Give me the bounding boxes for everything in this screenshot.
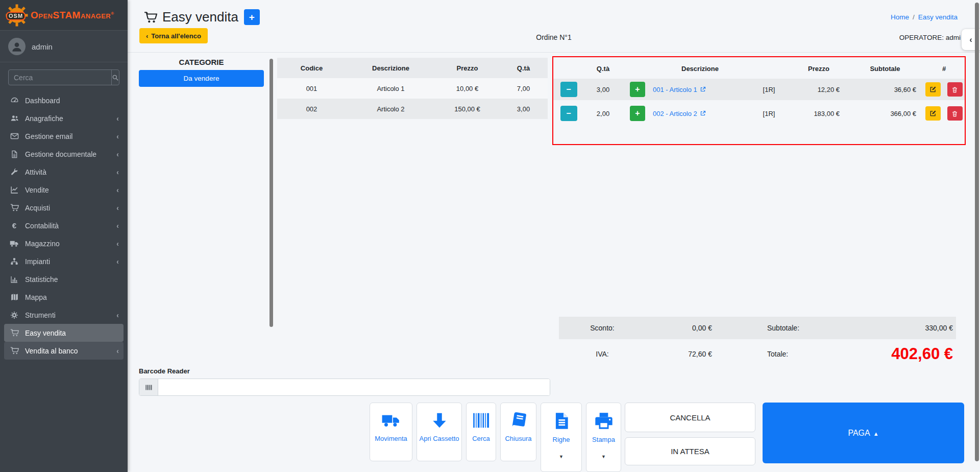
page-scrollbar[interactable]: [975, 3, 979, 461]
grand-total-value: 402,60 €: [822, 345, 956, 363]
barcode-input[interactable]: [158, 379, 550, 395]
stampa-dropdown-button[interactable]: Stampa ▼: [586, 403, 621, 472]
cart-item-link[interactable]: 002 - Articolo 2: [653, 110, 747, 117]
truck-icon: [9, 239, 20, 248]
search-input[interactable]: [9, 70, 111, 85]
chevron-left-icon: ‹: [116, 204, 119, 212]
cart-item-link[interactable]: 001 - Articolo 1: [653, 86, 747, 93]
barcode-input-group: [139, 379, 550, 396]
hold-button[interactable]: IN ATTESA: [625, 437, 755, 465]
external-link-icon: [700, 86, 706, 92]
discount-label: Sconto:: [559, 324, 646, 332]
truck-icon: [380, 411, 402, 430]
decrease-qty-button[interactable]: −: [560, 82, 577, 97]
righe-dropdown-button[interactable]: Righe ▼: [541, 403, 582, 472]
chevron-left-icon: ‹: [116, 168, 119, 176]
chevron-left-icon: ‹: [116, 222, 119, 230]
category-button-da-vendere[interactable]: Da vendere: [139, 70, 264, 87]
page-header: Easy vendita + ‹ Torna all'elenco Home /…: [128, 0, 980, 53]
chevron-left-icon: ‹: [116, 311, 119, 319]
file-lines-icon: [552, 411, 571, 431]
pay-button[interactable]: PAGA▲: [763, 403, 964, 463]
sidebar-item-vendite[interactable]: Vendite ‹: [4, 181, 124, 199]
tachometer-icon: [9, 96, 20, 105]
arrow-down-icon: [430, 411, 449, 430]
cart-row: − 3,00 + 001 - Articolo 1 [1R] 12,20 € 3…: [553, 79, 965, 100]
subtotal-label: Subtotale:: [712, 324, 822, 332]
cerca-button[interactable]: Cerca: [466, 403, 496, 461]
brand-name: OpenSTAManager®: [31, 10, 114, 21]
chevron-left-icon: ‹: [116, 132, 119, 140]
operator-label: OPERATORE: admi: [899, 34, 961, 41]
totals-panel: Sconto: 0,00 € Subtotale: 330,00 € IVA: …: [559, 317, 956, 369]
movimenta-button[interactable]: Movimenta: [370, 403, 412, 461]
page-title: Easy vendita: [144, 9, 238, 25]
search-icon[interactable]: [111, 70, 119, 85]
sidebar-item-mappa[interactable]: Mappa: [4, 288, 124, 306]
delete-row-button[interactable]: [947, 82, 963, 97]
sidebar-item-contabilita[interactable]: € Contabilità ‹: [4, 217, 124, 234]
edit-row-button[interactable]: [925, 106, 941, 121]
cart-icon: [9, 203, 20, 212]
decrease-qty-button[interactable]: −: [560, 106, 577, 121]
user-name: admin: [32, 42, 53, 51]
bar-chart-icon: [9, 275, 20, 284]
gear-logo-icon: OSM: [5, 4, 29, 27]
cart-panel: Q.tà Descrizione Prezzo Subtotale # − 3,…: [552, 56, 966, 145]
chevron-left-icon: ‹: [116, 186, 119, 194]
cart-icon: [9, 346, 20, 355]
sidebar-nav: Dashboard Anagrafiche ‹ Gestione email ‹…: [0, 88, 128, 363]
breadcrumb-home-link[interactable]: Home: [891, 13, 909, 21]
sidebar: OSM OpenSTAManager® admin Dashboard Anag…: [0, 0, 128, 472]
sidebar-item-magazzino[interactable]: Magazzino ‹: [4, 234, 124, 252]
sidebar-item-vendita-al-banco[interactable]: Vendita al banco ‹: [4, 342, 124, 360]
chevron-left-icon: ‹: [116, 347, 119, 355]
breadcrumb-current-link[interactable]: Easy vendita: [918, 13, 958, 21]
avatar: [8, 38, 26, 55]
apri-cassetto-button[interactable]: Apri Cassetto: [416, 403, 462, 461]
sidebar-item-dashboard[interactable]: Dashboard: [4, 91, 124, 109]
categories-scrollbar[interactable]: [270, 59, 273, 327]
users-icon: [9, 114, 20, 123]
sidebar-item-impianti[interactable]: Impianti ‹: [4, 252, 124, 270]
products-table: Codice Descrizione Prezzo Q.tà 001 Artic…: [277, 58, 548, 119]
add-order-button[interactable]: +: [244, 9, 260, 25]
product-row[interactable]: 002 Articolo 2 150,00 € 3,00: [277, 99, 548, 119]
total-label: Totale:: [712, 350, 822, 358]
external-link-icon: [700, 110, 706, 116]
cart-header: Q.tà Descrizione Prezzo Subtotale #: [553, 58, 965, 79]
printer-icon: [594, 411, 614, 431]
wrench-icon: [9, 168, 20, 176]
sidebar-item-easy-vendita[interactable]: Easy vendita: [4, 324, 124, 342]
edit-row-button[interactable]: [925, 82, 941, 97]
map-icon: [9, 293, 20, 301]
sidebar-item-acquisti[interactable]: Acquisti ‹: [4, 199, 124, 217]
sidebar-item-statistiche[interactable]: Statistiche: [4, 270, 124, 288]
chiusura-button[interactable]: Chiusura: [500, 403, 536, 461]
chevron-left-icon: ‹: [116, 257, 119, 266]
order-number: Ordine N°1: [128, 33, 980, 41]
barcode-icon: [139, 379, 158, 395]
caret-down-icon: ▼: [559, 454, 564, 459]
sidebar-item-anagrafiche[interactable]: Anagrafiche ‹: [4, 109, 124, 127]
increase-qty-button[interactable]: +: [630, 106, 645, 121]
brand-logo[interactable]: OSM OpenSTAManager®: [0, 0, 128, 31]
increase-qty-button[interactable]: +: [630, 82, 645, 97]
sidebar-search: [8, 69, 119, 85]
chevron-left-icon: ‹: [116, 240, 119, 248]
chevron-left-icon: ‹: [116, 114, 119, 123]
user-panel[interactable]: admin: [0, 31, 128, 62]
cancel-button[interactable]: CANCELLA: [625, 403, 755, 432]
delete-row-button[interactable]: [947, 106, 963, 121]
euro-icon: €: [9, 221, 20, 230]
chevron-left-icon: ‹: [116, 150, 119, 158]
product-row[interactable]: 001 Articolo 1 10,00 € 7,00: [277, 78, 548, 99]
caret-up-icon: ▲: [873, 431, 879, 437]
sidebar-item-attivita[interactable]: Attività ‹: [4, 163, 124, 181]
file-icon: [9, 150, 20, 158]
sidebar-item-strumenti[interactable]: Strumenti ‹: [4, 306, 124, 324]
sidebar-item-gestione-email[interactable]: Gestione email ‹: [4, 127, 124, 145]
sidebar-item-gestione-documentale[interactable]: Gestione documentale ‹: [4, 145, 124, 163]
subtotal-value: 330,00 €: [822, 324, 956, 332]
breadcrumb: Home / Easy vendita: [891, 13, 958, 21]
